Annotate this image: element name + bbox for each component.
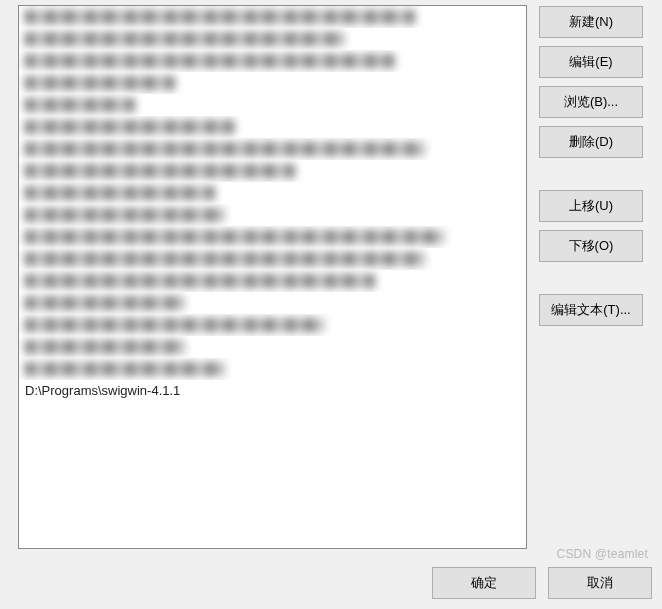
list-item[interactable] bbox=[19, 292, 526, 314]
path-list[interactable]: D:\Programs\swigwin-4.1.1 bbox=[18, 5, 527, 549]
list-item[interactable] bbox=[19, 358, 526, 380]
side-button-column: 新建(N) 编辑(E) 浏览(B)... 删除(D) 上移(U) 下移(O) 编… bbox=[539, 5, 643, 326]
edit-button[interactable]: 编辑(E) bbox=[539, 46, 643, 78]
list-item[interactable] bbox=[19, 138, 526, 160]
delete-button[interactable]: 删除(D) bbox=[539, 126, 643, 158]
list-item[interactable] bbox=[19, 28, 526, 50]
move-up-button[interactable]: 上移(U) bbox=[539, 190, 643, 222]
watermark-text: CSDN @teamlet bbox=[557, 547, 648, 561]
list-item[interactable] bbox=[19, 204, 526, 226]
list-item[interactable] bbox=[19, 270, 526, 292]
bottom-button-bar: 确定 取消 bbox=[432, 567, 652, 599]
list-item-visible[interactable]: D:\Programs\swigwin-4.1.1 bbox=[19, 380, 526, 402]
list-item[interactable] bbox=[19, 94, 526, 116]
list-item[interactable] bbox=[19, 336, 526, 358]
edit-text-button[interactable]: 编辑文本(T)... bbox=[539, 294, 643, 326]
ok-button[interactable]: 确定 bbox=[432, 567, 536, 599]
browse-button[interactable]: 浏览(B)... bbox=[539, 86, 643, 118]
list-item[interactable] bbox=[19, 226, 526, 248]
list-item[interactable] bbox=[19, 72, 526, 94]
move-down-button[interactable]: 下移(O) bbox=[539, 230, 643, 262]
list-item[interactable] bbox=[19, 116, 526, 138]
new-button[interactable]: 新建(N) bbox=[539, 6, 643, 38]
cancel-button[interactable]: 取消 bbox=[548, 567, 652, 599]
list-item[interactable] bbox=[19, 160, 526, 182]
list-item[interactable] bbox=[19, 314, 526, 336]
list-item[interactable] bbox=[19, 6, 526, 28]
list-item[interactable] bbox=[19, 248, 526, 270]
list-item[interactable] bbox=[19, 50, 526, 72]
list-item[interactable] bbox=[19, 182, 526, 204]
